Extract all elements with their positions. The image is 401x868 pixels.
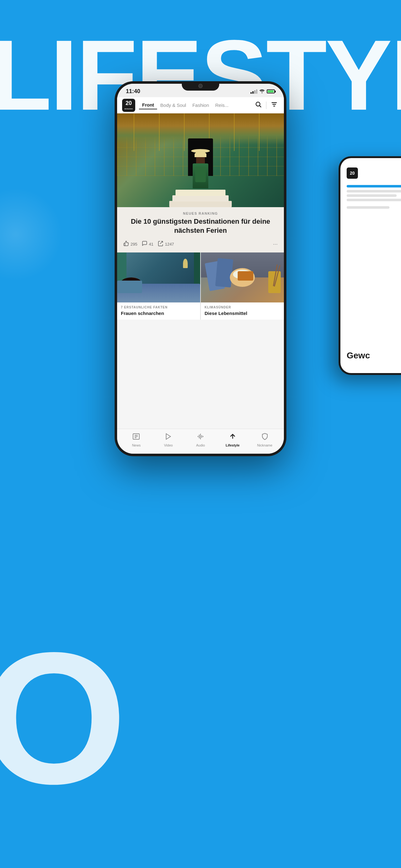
right-text-line-1 bbox=[347, 190, 401, 192]
main-phone: 11:40 bbox=[114, 81, 287, 456]
cards-grid: 7 ERSTAUNLICHE FAKTEN Frauen schnarchen bbox=[117, 252, 284, 320]
svg-point-1 bbox=[256, 102, 260, 106]
tab-video-label: Video bbox=[164, 443, 173, 447]
tab-lifestyle[interactable]: Lifestyle bbox=[216, 431, 248, 449]
right-blue-bar-1 bbox=[347, 185, 401, 187]
right-more-content bbox=[347, 206, 401, 209]
glow-decoration bbox=[0, 187, 63, 281]
background-o-letter: O bbox=[0, 624, 127, 812]
likes-stat[interactable]: 295 bbox=[123, 241, 137, 247]
svg-point-0 bbox=[262, 92, 263, 93]
like-icon bbox=[123, 241, 129, 247]
shares-count: 1247 bbox=[165, 242, 174, 247]
lifestyle-icon bbox=[229, 433, 236, 442]
tab-body-soul[interactable]: Body & Soul bbox=[157, 101, 189, 109]
tab-front[interactable]: Front bbox=[139, 101, 157, 110]
comments-count: 41 bbox=[149, 242, 153, 247]
status-time: 11:40 bbox=[126, 88, 140, 95]
bottom-tab-bar: News Video bbox=[117, 429, 284, 454]
card-sleeping-content: 7 ERSTAUNLICHE FAKTEN Frauen schnarchen bbox=[117, 303, 200, 320]
temple-steps bbox=[169, 188, 232, 207]
tab-audio-label: Audio bbox=[196, 443, 205, 447]
right-phone-screen: 20 Gewc bbox=[340, 158, 401, 373]
tab-nickname-label: Nickname bbox=[257, 443, 272, 447]
comments-stat[interactable]: 41 bbox=[142, 241, 153, 247]
signal-bars-icon bbox=[250, 89, 257, 94]
tab-video[interactable]: Video bbox=[153, 431, 185, 449]
card-food-title: Diese Lebensmittel bbox=[205, 310, 280, 316]
search-icon[interactable] bbox=[254, 100, 263, 111]
wifi-icon bbox=[259, 89, 265, 94]
tab-lifestyle-label: Lifestyle bbox=[226, 443, 239, 447]
card-sleeping-title: Frauen schnarchen bbox=[121, 310, 196, 316]
nav-bar: 20 minuten Front Body & Soul Fashion Rei… bbox=[117, 97, 284, 114]
right-logo-box: 20 bbox=[347, 167, 358, 179]
logo-text: 20 minuten bbox=[125, 100, 133, 110]
right-text-line-2 bbox=[347, 194, 397, 197]
right-text-lines bbox=[347, 190, 401, 201]
tab-reisen[interactable]: Reis... bbox=[212, 101, 232, 109]
card-sleeping-label: 7 ERSTAUNLICHE FAKTEN bbox=[121, 306, 196, 309]
temple-pillar-5 bbox=[234, 114, 235, 151]
card-food-content: KLIMASÜNDER Diese Lebensmittel bbox=[201, 303, 284, 320]
filter-icon[interactable] bbox=[269, 100, 279, 111]
card-food-label: KLIMASÜNDER bbox=[205, 306, 280, 309]
svg-marker-10 bbox=[166, 434, 170, 439]
right-phone-gewc-text: Gewc bbox=[347, 350, 370, 361]
hero-content: NEUES RANKING Die 10 günstigsten Destina… bbox=[117, 207, 284, 252]
card-food[interactable]: KLIMASÜNDER Diese Lebensmittel bbox=[201, 252, 284, 320]
phone-screen: 11:40 bbox=[117, 84, 284, 454]
card-food-image bbox=[201, 252, 284, 303]
sleeping-image-bg bbox=[117, 252, 200, 303]
hero-label: NEUES RANKING bbox=[123, 212, 278, 215]
comment-icon bbox=[142, 241, 147, 247]
temple-pillar-2 bbox=[159, 114, 160, 151]
logo-number: 20 bbox=[125, 100, 133, 106]
news-icon bbox=[132, 433, 140, 442]
right-phone: 20 Gewc bbox=[338, 156, 401, 375]
tab-nickname[interactable]: Nickname bbox=[248, 431, 281, 449]
tab-fashion[interactable]: Fashion bbox=[189, 101, 212, 109]
svg-line-2 bbox=[260, 105, 261, 107]
right-text-line-3 bbox=[347, 199, 401, 201]
right-screen-content: 20 Gewc bbox=[340, 158, 401, 221]
hero-image[interactable] bbox=[117, 114, 284, 207]
likes-count: 295 bbox=[131, 242, 137, 247]
audio-icon bbox=[197, 433, 204, 442]
temple-pillar-6 bbox=[259, 114, 260, 151]
battery-icon bbox=[267, 89, 275, 93]
logo-sub: minuten bbox=[125, 108, 133, 110]
hero-stats: 295 41 bbox=[123, 238, 278, 249]
tab-audio[interactable]: Audio bbox=[185, 431, 217, 449]
tab-news[interactable]: News bbox=[120, 431, 153, 449]
camera-dot bbox=[198, 84, 203, 88]
shares-stat[interactable]: 1247 bbox=[158, 241, 174, 247]
right-logo-text: 20 bbox=[350, 170, 355, 176]
nav-tabs: Front Body & Soul Fashion Reis... bbox=[139, 101, 254, 110]
card-sleeping[interactable]: 7 ERSTAUNLICHE FAKTEN Frauen schnarchen bbox=[117, 252, 200, 320]
status-icons bbox=[250, 89, 275, 94]
app-logo[interactable]: 20 minuten bbox=[122, 99, 135, 112]
hero-person bbox=[191, 149, 210, 188]
nickname-icon bbox=[261, 433, 269, 442]
food-image-bg bbox=[201, 252, 284, 303]
share-icon bbox=[158, 241, 163, 247]
video-icon bbox=[165, 433, 172, 442]
main-phone-wrapper: 11:40 bbox=[114, 81, 287, 456]
tab-news-label: News bbox=[132, 443, 141, 447]
card-sleeping-image bbox=[117, 252, 200, 303]
nav-actions bbox=[254, 100, 279, 111]
more-options-button[interactable]: ··· bbox=[273, 241, 278, 247]
nav-divider bbox=[266, 101, 266, 109]
hero-title[interactable]: Die 10 günstigsten Destinationen für dei… bbox=[123, 217, 278, 235]
temple-pillar-1 bbox=[134, 114, 134, 151]
temple-pillar-3 bbox=[184, 114, 185, 151]
right-logo: 20 bbox=[347, 167, 401, 179]
right-gray-bar bbox=[347, 206, 390, 209]
